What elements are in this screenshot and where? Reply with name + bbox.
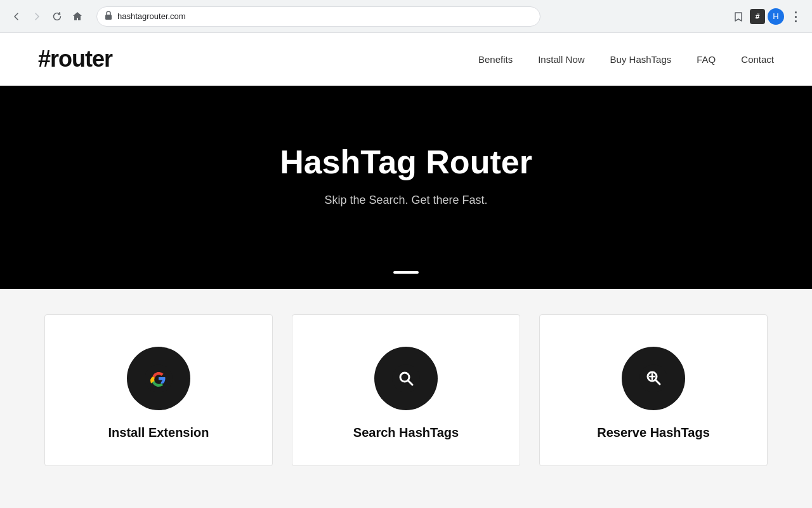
url-text: hashtagrouter.com: [117, 11, 186, 21]
features-section: Install Extension Search HashTags: [0, 289, 812, 491]
nav-benefits[interactable]: Benefits: [478, 54, 513, 65]
install-extension-icon-circle: [127, 347, 190, 410]
nav-install-now[interactable]: Install Now: [538, 54, 584, 65]
reserve-hashtags-icon-circle: [622, 347, 685, 410]
extension-icon[interactable]: #: [750, 9, 765, 24]
search-hashtags-title: Search HashTags: [353, 425, 459, 440]
hero-section: HashTag Router Skip the Search. Get ther…: [0, 86, 812, 289]
reload-button[interactable]: [48, 8, 66, 25]
reserve-hashtags-title: Reserve HashTags: [597, 425, 710, 440]
browser-actions: # H ⋮: [730, 8, 804, 25]
svg-rect-0: [105, 15, 112, 20]
svg-point-2: [392, 364, 420, 392]
profile-icon[interactable]: H: [768, 8, 784, 25]
search-plus-icon: [639, 364, 668, 393]
search-icon: [391, 364, 421, 393]
nav-contact[interactable]: Contact: [741, 54, 774, 65]
nav-faq[interactable]: FAQ: [697, 54, 716, 65]
hero-title: HashTag Router: [280, 143, 532, 181]
address-bar[interactable]: hashtagrouter.com: [96, 6, 540, 27]
search-hashtags-icon-circle: [374, 347, 438, 410]
more-options-button[interactable]: ⋮: [787, 8, 804, 25]
feature-card-install: Install Extension: [44, 314, 273, 466]
feature-card-reserve: Reserve HashTags: [539, 314, 768, 466]
browser-chrome: hashtagrouter.com # H ⋮: [0, 0, 812, 33]
hero-subtitle: Skip the Search. Get there Fast.: [324, 194, 487, 207]
site-header: #router Benefits Install Now Buy HashTag…: [0, 33, 812, 86]
bookmark-button[interactable]: [730, 8, 747, 25]
website: #router Benefits Install Now Buy HashTag…: [0, 33, 812, 491]
forward-button[interactable]: [28, 8, 46, 25]
svg-point-5: [639, 364, 667, 392]
google-g-icon: [144, 364, 173, 393]
feature-card-search: Search HashTags: [292, 314, 520, 466]
back-button[interactable]: [8, 8, 25, 25]
home-button[interactable]: [69, 8, 86, 25]
install-extension-title: Install Extension: [108, 425, 209, 440]
browser-nav-buttons: [8, 8, 86, 25]
site-logo: #router: [38, 46, 112, 72]
nav-buy-hashtags[interactable]: Buy HashTags: [610, 54, 672, 65]
hero-indicator: [393, 271, 419, 274]
site-nav: Benefits Install Now Buy HashTags FAQ Co…: [478, 54, 774, 65]
lock-icon: [105, 11, 112, 22]
